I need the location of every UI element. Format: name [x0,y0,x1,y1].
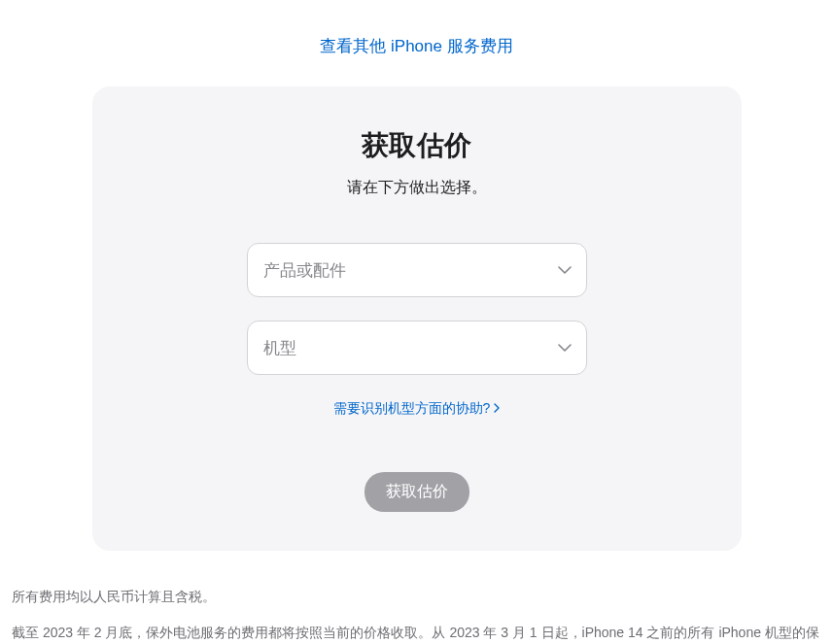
footer-line-2: 截至 2023 年 2 月底，保外电池服务的费用都将按照当前的价格收取。从 20… [12,618,821,644]
top-link-container: 查看其他 iPhone 服务费用 [0,0,833,86]
identify-model-help-link[interactable]: 需要识别机型方面的协助? [333,400,501,418]
footer-line-2-text: 截至 2023 年 2 月底，保外电池服务的费用都将按照当前的价格收取。从 20… [12,625,819,644]
footer: 所有费用均以人民币计算且含税。 截至 2023 年 2 月底，保外电池服务的费用… [0,570,833,644]
select-product-wrap: 产品或配件 [247,243,587,297]
product-select-placeholder: 产品或配件 [263,259,346,282]
model-select-placeholder: 机型 [263,337,296,359]
select-model-wrap: 机型 [247,321,587,375]
card-subtitle: 请在下方做出选择。 [131,178,703,198]
footer-line-1: 所有费用均以人民币计算且含税。 [12,582,821,612]
chevron-right-icon [494,402,500,416]
button-row: 获取估价 [131,472,703,512]
product-select[interactable]: 产品或配件 [247,243,587,297]
help-link-label: 需要识别机型方面的协助? [333,400,491,418]
model-select[interactable]: 机型 [247,321,587,375]
other-services-link[interactable]: 查看其他 iPhone 服务费用 [320,37,512,55]
card-title: 获取估价 [131,127,703,164]
estimate-card: 获取估价 请在下方做出选择。 产品或配件 机型 需要识别机型方面的协助? 获取估… [92,86,742,551]
get-estimate-button[interactable]: 获取估价 [364,472,469,512]
